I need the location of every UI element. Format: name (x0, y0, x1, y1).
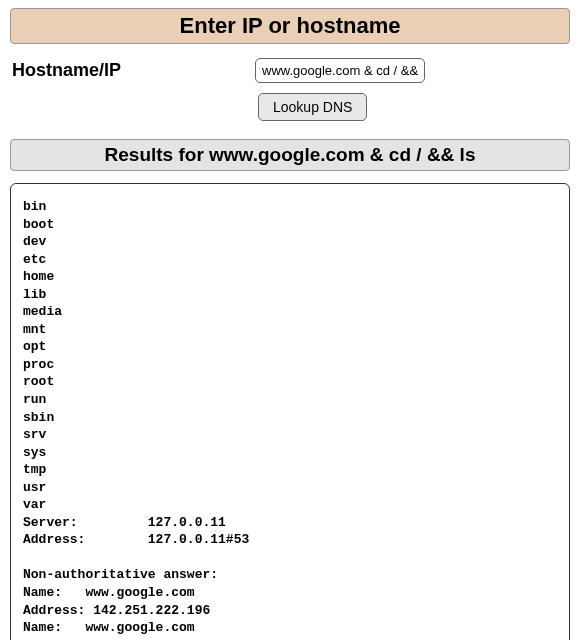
page-title: Enter IP or hostname (11, 13, 569, 39)
results-header-bar: Results for www.google.com & cd / && ls (10, 139, 570, 171)
results-output: bin boot dev etc home lib media mnt opt … (10, 183, 570, 640)
hostname-input[interactable] (255, 58, 425, 83)
hostname-label: Hostname/IP (10, 60, 255, 81)
submit-row: Lookup DNS (258, 93, 570, 121)
results-header-query: www.google.com & cd / && ls (209, 144, 475, 165)
hostname-input-wrap (255, 58, 425, 83)
results-header: Results for www.google.com & cd / && ls (11, 144, 569, 166)
page-title-bar: Enter IP or hostname (10, 8, 570, 44)
results-header-prefix: Results for (105, 144, 210, 165)
lookup-dns-button[interactable]: Lookup DNS (258, 93, 367, 121)
form-row: Hostname/IP (10, 58, 570, 83)
